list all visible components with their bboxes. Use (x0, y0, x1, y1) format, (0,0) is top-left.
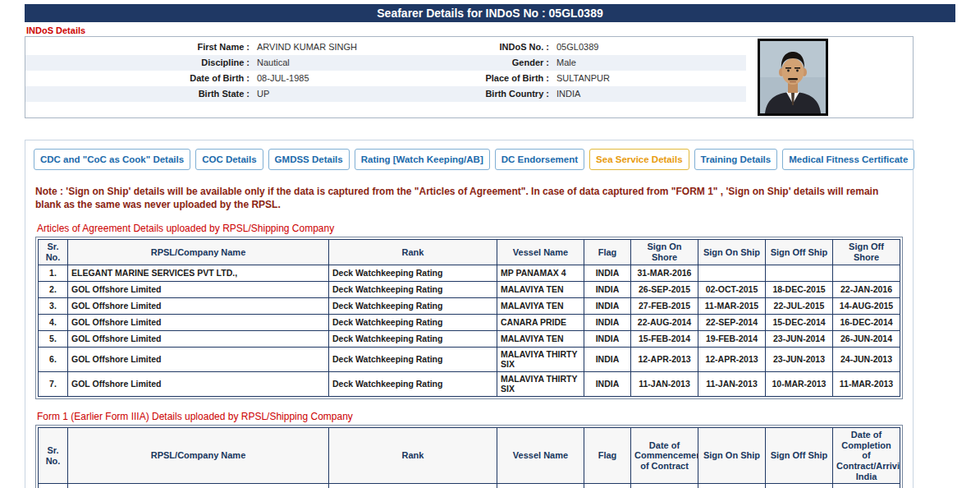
table-row: 1.ELEGANT MARINE SERVICES PVT LTD.,Deck … (39, 484, 900, 488)
table-cell: 26-SEP-2015 (631, 281, 698, 297)
tab-training-details[interactable]: Training Details (694, 149, 778, 170)
tab-cdc-and-coc-as-cook-details[interactable]: CDC and "CoC as Cook" Details (34, 149, 190, 170)
agreement-table: Sr. No.RPSL/Company NameRankVessel NameF… (38, 239, 900, 397)
table-cell: 19-FEB-2014 (698, 330, 766, 347)
field-label: Gender : (415, 55, 555, 71)
table-cell: 12-APR-2013 (698, 347, 766, 371)
tab-dc-endorsement[interactable]: DC Endorsement (495, 149, 584, 170)
table-cell: GOL Offshore Limited (68, 281, 329, 297)
agreement-table-section: Articles of Agreement Details uploaded b… (35, 223, 903, 399)
table-row: 1.ELEGANT MARINE SERVICES PVT LTD.,Deck … (39, 265, 900, 281)
column-header: Vessel Name (497, 240, 584, 265)
table-row: 4.GOL Offshore LimitedDeck Watchkeeping … (39, 314, 900, 330)
indos-section-label: INDoS Details (25, 24, 914, 36)
table-cell: 16-DEC-2014 (833, 314, 900, 330)
indos-details-box: First Name :ARVIND KUMAR SINGHINDoS No. … (25, 36, 914, 118)
agreement-table-wrap: Sr. No.RPSL/Company NameRankVessel NameF… (35, 237, 903, 399)
table-cell: 1. (39, 484, 68, 488)
table-cell: 23-JUN-2014 (766, 330, 833, 347)
tab-medical-fitness-certificate[interactable]: Medical Fitness Certificate (782, 149, 914, 170)
column-header: Sign On Shore (631, 240, 698, 265)
column-header: Sign On Ship (698, 240, 766, 265)
form1-table-caption: Form 1 (Earlier Form IIIA) Details uploa… (37, 411, 903, 422)
table-cell (833, 484, 900, 488)
table-cell: MALAVIYA THIRTY SIX (497, 371, 584, 396)
table-row: 2.GOL Offshore LimitedDeck Watchkeeping … (39, 281, 900, 297)
table-cell (766, 265, 833, 281)
table-cell: 7. (39, 371, 68, 396)
table-cell (698, 265, 766, 281)
table-cell: 12-APR-2013 (631, 347, 698, 371)
tab-sea-service-details[interactable]: Sea Service Details (589, 149, 689, 170)
column-header: Sr. No. (39, 428, 68, 484)
field-value: Male (555, 55, 746, 71)
table-cell: Deck Watchkeeping Rating (329, 330, 497, 347)
table-cell: 6. (39, 347, 68, 371)
column-header: Flag (584, 240, 631, 265)
table-row: 7.GOL Offshore LimitedDeck Watchkeeping … (39, 371, 900, 396)
table-cell: ELEGANT MARINE SERVICES PVT LTD., (68, 484, 329, 488)
indos-field-row: Discipline :NauticalGender :Male (25, 55, 746, 71)
table-cell: Deck Watchkeeping Rating (329, 347, 497, 371)
tab-bar: CDC and "CoC as Cook" DetailsCOC Details… (25, 145, 913, 172)
table-cell: MALAVIYA THIRTY SIX (497, 347, 584, 371)
table-cell: MALAVIYA TEN (497, 297, 584, 314)
table-header-row: Sr. No.RPSL/Company NameRankVessel NameF… (39, 240, 900, 265)
table-cell: 22-JUL-2015 (766, 297, 833, 314)
table-cell: GOL Offshore Limited (68, 297, 329, 314)
table-cell: GOL Offshore Limited (68, 330, 329, 347)
table-cell: 18-DEC-2015 (766, 281, 833, 297)
table-cell: 14-AUG-2015 (833, 297, 900, 314)
form1-table-wrap: Sr. No.RPSL/Company NameRankVessel NameF… (35, 425, 903, 488)
tab-rating-watch-keeping-ab[interactable]: Rating [Watch Keeping/AB] (355, 149, 490, 170)
indos-field-row: Date of Birth :08-JUL-1985Place of Birth… (25, 71, 746, 86)
table-cell: Deck Watchkeeping Rating (329, 371, 497, 396)
table-cell: MP PANAMAX 4 (497, 265, 584, 281)
column-header: RPSL/Company Name (68, 240, 329, 265)
field-value: ARVIND KUMAR SINGH (255, 39, 415, 55)
tab-coc-details[interactable]: COC Details (195, 149, 263, 170)
column-header: Sign Off Ship (766, 428, 833, 484)
table-cell: FOREIGN (584, 484, 631, 488)
column-header: Vessel Name (497, 428, 584, 484)
page-title: Seafarer Details for INDoS No : 05GL0389 (25, 4, 955, 22)
table-row: 6.GOL Offshore LimitedDeck Watchkeeping … (39, 347, 900, 371)
table-cell: Deck Watchkeeping Rating (329, 484, 497, 488)
field-value: 05GL0389 (555, 39, 746, 55)
table-cell (698, 484, 766, 488)
table-row: 5.GOL Offshore LimitedDeck Watchkeeping … (39, 330, 900, 347)
agreement-table-caption: Articles of Agreement Details uploaded b… (37, 223, 903, 234)
field-value: 08-JUL-1985 (255, 71, 415, 86)
field-label: Place of Birth : (415, 71, 555, 86)
column-header: Sign Off Shore (833, 240, 900, 265)
column-header: RPSL/Company Name (68, 428, 329, 484)
form1-table-section: Form 1 (Earlier Form IIIA) Details uploa… (35, 411, 903, 488)
field-label: Birth State : (25, 86, 255, 102)
table-cell: 11-JAN-2013 (698, 371, 766, 396)
table-cell: INDIA (584, 371, 631, 396)
table-cell: Deck Watchkeeping Rating (329, 297, 497, 314)
table-cell: MALAVIYA TEN (497, 330, 584, 347)
table-cell: GOL Offshore Limited (68, 314, 329, 330)
indos-details-section: INDoS Details First Name :ARVIND KUMAR S… (25, 24, 914, 118)
form1-table: Sr. No.RPSL/Company NameRankVessel NameF… (38, 427, 900, 488)
table-cell: 23-JUN-2013 (766, 347, 833, 371)
field-label: Birth Country : (415, 86, 555, 102)
tab-gmdss-details[interactable]: GMDSS Details (268, 149, 350, 170)
table-cell (833, 265, 900, 281)
table-cell: 15-FEB-2014 (631, 330, 698, 347)
table-cell: 2. (39, 281, 68, 297)
table-cell: 15-DEC-2014 (766, 314, 833, 330)
table-cell: INDIA (584, 297, 631, 314)
table-cell: ELEGANT MARINE SERVICES PVT LTD., (68, 265, 329, 281)
indos-field-row: First Name :ARVIND KUMAR SINGHINDoS No. … (25, 39, 746, 55)
field-label: INDoS No. : (415, 39, 555, 55)
note-text: Note : 'Sign on Ship' details will be av… (35, 185, 901, 211)
table-cell: Deck Watchkeeping Rating (329, 265, 497, 281)
table-cell: 22-SEP-2014 (698, 314, 766, 330)
table-cell: INDIA (584, 330, 631, 347)
table-cell: 22-AUG-2014 (631, 314, 698, 330)
column-header: Sr. No. (39, 240, 68, 265)
field-label: Discipline : (25, 55, 255, 71)
portrait-image (760, 41, 826, 113)
